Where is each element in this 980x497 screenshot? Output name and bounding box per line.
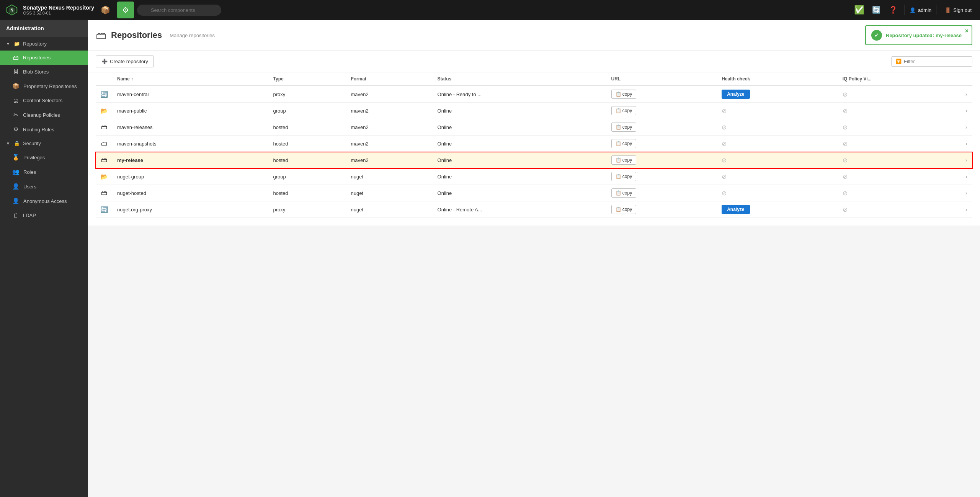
row-action-chevron[interactable]: › — [961, 119, 972, 136]
sidebar-item-ldap[interactable]: 🗒 LDAP — [0, 208, 88, 222]
privileges-icon: 🏅 — [12, 154, 20, 161]
chevron-right-icon[interactable]: › — [965, 91, 967, 97]
row-action-chevron[interactable]: › — [961, 152, 972, 168]
table-row[interactable]: 🔄maven-centralproxymaven2Online - Ready … — [96, 86, 972, 103]
refresh-icon[interactable]: 🔄 — [869, 3, 883, 17]
signout-button[interactable]: 🚪 Sign out — [941, 5, 975, 15]
sidebar-group-repository[interactable]: ▼ 📁 Repository — [0, 37, 88, 51]
brand-version: OSS 3.52.0-01 — [23, 11, 94, 15]
chevron-down-icon-security: ▼ — [6, 141, 10, 146]
row-type: hosted — [269, 185, 346, 201]
row-health-check[interactable]: Analyze — [717, 201, 838, 218]
row-repo-icon: 📂 — [96, 103, 113, 119]
row-health-check: ⊘ — [717, 136, 838, 152]
chevron-right-icon[interactable]: › — [965, 124, 967, 130]
folder-icon: 📁 — [14, 41, 20, 47]
sidebar-item-cleanup-policies[interactable]: ✂ Cleanup Policies — [0, 108, 88, 122]
row-iq-policy: ⊘ — [838, 152, 961, 168]
help-icon[interactable]: ❓ — [886, 3, 900, 17]
row-action-chevron[interactable]: › — [961, 103, 972, 119]
copy-url-button[interactable]: 📋 copy — [611, 172, 637, 181]
browse-button[interactable]: 📦 — [97, 2, 114, 18]
row-name[interactable]: maven-snapshots — [113, 136, 269, 152]
group-label-repository: Repository — [23, 41, 47, 47]
copy-url-button[interactable]: 📋 copy — [611, 139, 637, 148]
row-name[interactable]: nuget-group — [113, 168, 269, 185]
sidebar-item-blob-stores[interactable]: 🗄 Blob Stores — [0, 65, 88, 79]
sidebar-item-routing-rules[interactable]: ⚙ Routing Rules — [0, 122, 88, 137]
row-health-check: ⊘ — [717, 119, 838, 136]
toast-notification: ✓ Repository updated: my-release × — [865, 25, 972, 45]
sidebar-item-content-selectors[interactable]: 🗂 Content Selectors — [0, 93, 88, 108]
col-health-check: Health check — [717, 72, 838, 86]
health-check-disabled-icon: ⊘ — [722, 190, 727, 196]
row-action-chevron[interactable]: › — [961, 136, 972, 152]
search-input[interactable] — [137, 5, 221, 16]
sidebar-item-users[interactable]: 👤 Users — [0, 179, 88, 194]
row-name[interactable]: maven-releases — [113, 119, 269, 136]
system-status-icon[interactable]: ✅ — [853, 3, 866, 17]
copy-url-button[interactable]: 📋 copy — [611, 123, 637, 132]
chevron-right-icon[interactable]: › — [965, 173, 967, 180]
signout-label: Sign out — [953, 7, 972, 13]
user-menu[interactable]: 👤 admin — [910, 7, 931, 13]
row-action-chevron[interactable]: › — [961, 185, 972, 201]
table-row[interactable]: 🗃maven-snapshotshostedmaven2Online📋 copy… — [96, 136, 972, 152]
row-name[interactable]: maven-public — [113, 103, 269, 119]
page-icon: 🗃 — [96, 29, 106, 42]
navbar-right: ✅ 🔄 ❓ 👤 admin 🚪 Sign out — [853, 3, 975, 17]
sidebar-item-roles[interactable]: 👥 Roles — [0, 165, 88, 179]
chevron-right-icon[interactable]: › — [965, 157, 967, 163]
search-wrapper: 🔍 — [137, 5, 267, 16]
row-url: 📋 copy — [607, 185, 717, 201]
copy-url-button[interactable]: 📋 copy — [611, 155, 637, 165]
analyze-button[interactable]: Analyze — [722, 90, 750, 99]
copy-url-button[interactable]: 📋 copy — [611, 188, 637, 198]
iq-policy-disabled-icon: ⊘ — [843, 124, 848, 131]
table-row[interactable]: 📂nuget-groupgroupnugetOnline📋 copy⊘⊘› — [96, 168, 972, 185]
table-row[interactable]: 🔄nuget.org-proxyproxynugetOnline - Remot… — [96, 201, 972, 218]
row-status: Online - Remote A... — [433, 201, 607, 218]
sidebar-item-label-anonymous: Anonymous Access — [23, 198, 67, 204]
sidebar-item-anonymous-access[interactable]: 👤 Anonymous Access — [0, 194, 88, 208]
table-row[interactable]: 🗃maven-releaseshostedmaven2Online📋 copy⊘… — [96, 119, 972, 136]
row-iq-policy: ⊘ — [838, 136, 961, 152]
toast-close-button[interactable]: × — [965, 28, 969, 34]
chevron-right-icon[interactable]: › — [965, 206, 967, 213]
row-name[interactable]: nuget.org-proxy — [113, 201, 269, 218]
col-format: Format — [346, 72, 433, 86]
copy-url-button[interactable]: 📋 copy — [611, 205, 637, 214]
table-row[interactable]: 📂maven-publicgroupmaven2Online📋 copy⊘⊘› — [96, 103, 972, 119]
sidebar-item-repositories[interactable]: 🗃 Repositories — [0, 51, 88, 65]
row-name[interactable]: nuget-hosted — [113, 185, 269, 201]
row-action-chevron[interactable]: › — [961, 168, 972, 185]
row-iq-policy: ⊘ — [838, 201, 961, 218]
chevron-right-icon[interactable]: › — [965, 190, 967, 196]
col-name[interactable]: Name ↑ — [113, 72, 269, 86]
analyze-button[interactable]: Analyze — [722, 205, 750, 214]
sidebar-group-security[interactable]: ▼ 🔒 Security — [0, 137, 88, 150]
chevron-right-icon[interactable]: › — [965, 141, 967, 147]
row-name[interactable]: my-release — [113, 152, 269, 168]
filter-input[interactable] — [904, 59, 968, 64]
main-layout: Administration ▼ 📁 Repository 🗃 Reposito… — [0, 20, 980, 497]
chevron-right-icon[interactable]: › — [965, 108, 967, 114]
row-status: Online — [433, 152, 607, 168]
health-check-disabled-icon: ⊘ — [722, 124, 727, 131]
admin-button[interactable]: ⚙ — [117, 2, 134, 18]
copy-url-button[interactable]: 📋 copy — [611, 90, 637, 99]
sidebar-item-proprietary-repos[interactable]: 📦 Proprietary Repositories — [0, 79, 88, 93]
iq-policy-disabled-icon: ⊘ — [843, 108, 848, 114]
table-row[interactable]: 🗃my-releasehostedmaven2Online📋 copy⊘⊘› — [96, 152, 972, 168]
row-name[interactable]: maven-central — [113, 86, 269, 103]
row-repo-icon: 📂 — [96, 168, 113, 185]
row-action-chevron[interactable]: › — [961, 201, 972, 218]
create-repository-button[interactable]: ➕ Create repository — [96, 56, 154, 67]
row-action-chevron[interactable]: › — [961, 86, 972, 103]
row-type: proxy — [269, 201, 346, 218]
copy-url-button[interactable]: 📋 copy — [611, 106, 637, 115]
row-health-check[interactable]: Analyze — [717, 86, 838, 103]
proprietary-repos-icon: 📦 — [12, 83, 20, 90]
sidebar-item-privileges[interactable]: 🏅 Privileges — [0, 150, 88, 165]
table-row[interactable]: 🗃nuget-hostedhostednugetOnline📋 copy⊘⊘› — [96, 185, 972, 201]
